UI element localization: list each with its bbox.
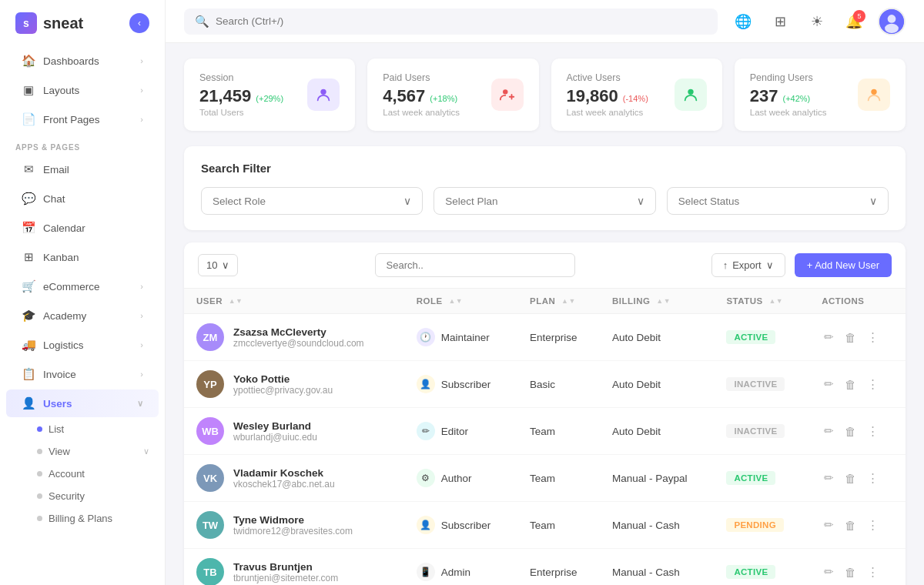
- dot-icon: [37, 493, 42, 499]
- calendar-icon: 📅: [22, 221, 35, 235]
- search-bar[interactable]: 🔍: [184, 8, 718, 35]
- delete-icon-button[interactable]: 🗑: [842, 376, 859, 393]
- delete-icon-button[interactable]: 🗑: [842, 563, 859, 581]
- chevron-right-icon: ›: [140, 311, 143, 320]
- search-input[interactable]: [216, 15, 707, 27]
- col-actions: ACTIONS: [809, 289, 906, 314]
- sidebar-item-kanban[interactable]: ⊞ Kanban: [6, 243, 159, 271]
- table-row: WB Wesley Burland wburlandj@uiuc.edu ✏ E…: [184, 408, 906, 455]
- delete-icon-button[interactable]: 🗑: [842, 423, 859, 440]
- export-button[interactable]: ↑ Export ∨: [711, 253, 785, 277]
- chevron-down-icon: ∨: [137, 399, 143, 409]
- sidebar-item-calendar[interactable]: 📅 Calendar: [6, 214, 159, 242]
- sidebar-item-front-pages[interactable]: 📄 Front Pages ›: [6, 105, 159, 133]
- billing-cell: Auto Debit: [600, 408, 714, 455]
- edit-icon-button[interactable]: ✏: [822, 469, 836, 487]
- stat-change: (+29%): [256, 94, 283, 103]
- chat-icon: 💬: [22, 192, 35, 206]
- sidebar-sub-account[interactable]: Account: [37, 463, 165, 485]
- globe-icon-button[interactable]: 🌐: [730, 8, 756, 35]
- role-icon: ⚙: [417, 469, 435, 487]
- status-badge: ACTIVE: [726, 330, 775, 344]
- delete-icon-button[interactable]: 🗑: [842, 329, 859, 346]
- sub-item-label: Account: [49, 468, 85, 480]
- sidebar-item-layouts[interactable]: ▣ Layouts ›: [6, 76, 159, 104]
- edit-icon-button[interactable]: ✏: [822, 563, 836, 581]
- more-options-icon-button[interactable]: ⋮: [865, 516, 881, 534]
- role-label: Admin: [441, 567, 470, 578]
- plan-select-label: Select Plan: [445, 196, 497, 207]
- edit-icon-button[interactable]: ✏: [822, 516, 836, 534]
- more-options-icon-button[interactable]: ⋮: [865, 469, 881, 487]
- sidebar-item-label: Front Pages: [43, 114, 100, 125]
- svg-point-5: [688, 89, 693, 95]
- table-search-input[interactable]: [375, 253, 575, 277]
- status-badge: PENDING: [726, 518, 784, 532]
- user-avatar[interactable]: [878, 8, 906, 35]
- sidebar-sub-billing[interactable]: Billing & Plans: [37, 507, 165, 530]
- sidebar-item-users[interactable]: 👤 Users ∨: [6, 389, 159, 417]
- sidebar-item-label: Layouts: [43, 85, 79, 96]
- sidebar-item-chat[interactable]: 💬 Chat: [6, 185, 159, 212]
- svg-point-2: [885, 23, 899, 32]
- actions-cell: ✏ 🗑 ⋮: [809, 549, 906, 586]
- sidebar-item-email[interactable]: ✉ Email: [6, 155, 159, 183]
- notifications-icon-button[interactable]: 🔔 5: [841, 8, 867, 35]
- sidebar-item-ecommerce[interactable]: 🛒 eCommerce ›: [6, 272, 159, 300]
- sidebar-item-logistics[interactable]: 🚚 Logistics ›: [6, 331, 159, 359]
- delete-icon-button[interactable]: 🗑: [842, 516, 859, 534]
- stat-label: Paid Users: [383, 72, 460, 83]
- dot-icon: [37, 471, 42, 476]
- more-options-icon-button[interactable]: ⋮: [865, 563, 881, 581]
- grid-icon-button[interactable]: ⊞: [767, 8, 793, 35]
- delete-icon-button[interactable]: 🗑: [842, 470, 859, 487]
- sidebar-sub-view[interactable]: View ∨: [37, 440, 165, 463]
- more-options-icon-button[interactable]: ⋮: [865, 422, 881, 440]
- col-status: STATUS ▲▼: [714, 289, 809, 314]
- table-row: ZM Zsazsa McCleverty zmcclevertye@soundc…: [184, 314, 906, 361]
- sidebar-item-label: Kanban: [43, 252, 79, 263]
- sidebar-sub-security[interactable]: Security: [37, 485, 165, 507]
- stat-sub: Last week analytics: [383, 108, 460, 117]
- add-new-user-button[interactable]: + Add New User: [795, 253, 892, 277]
- role-cell: 🕐 Maintainer: [404, 314, 517, 361]
- more-options-icon-button[interactable]: ⋮: [865, 375, 881, 393]
- stat-sub: Last week analytics: [750, 108, 827, 117]
- per-page-select[interactable]: 10 ∨: [198, 254, 238, 276]
- edit-icon-button[interactable]: ✏: [822, 422, 836, 440]
- user-cell: TW Tyne Widmore twidmore12@bravesites.co…: [184, 502, 404, 549]
- status-cell: ACTIVE: [714, 549, 809, 586]
- role-label: Editor: [441, 426, 468, 437]
- role-label: Author: [441, 473, 472, 484]
- sidebar: s sneat ‹ 🏠 Dashboards › ▣ Layouts › 📄 F…: [0, 0, 166, 585]
- sidebar-item-label: Academy: [43, 310, 86, 322]
- edit-icon-button[interactable]: ✏: [822, 328, 836, 346]
- role-cell: ✏ Editor: [404, 408, 517, 455]
- stat-label: Active Users: [567, 72, 648, 83]
- stat-icon-pending: [858, 79, 890, 111]
- sidebar-item-label: eCommerce: [43, 281, 100, 292]
- sidebar-item-academy[interactable]: 🎓 Academy ›: [6, 302, 159, 329]
- stat-change: (+42%): [782, 94, 810, 103]
- edit-icon-button[interactable]: ✏: [822, 375, 836, 393]
- chevron-down-icon: ∨: [403, 195, 411, 207]
- table-row: YP Yoko Pottie ypottiec@privacy.gov.au 👤…: [184, 361, 906, 408]
- sidebar-toggle-button[interactable]: ‹: [129, 13, 149, 33]
- user-avatar-3: VK: [196, 464, 224, 492]
- stat-value: 21,459 (+29%): [199, 86, 283, 106]
- status-select[interactable]: Select Status ∨: [667, 187, 889, 215]
- dot-icon: [37, 449, 42, 454]
- user-email: twidmore12@bravesites.com: [233, 526, 353, 537]
- more-options-icon-button[interactable]: ⋮: [865, 328, 881, 346]
- stat-card-paid-users: Paid Users 4,567 (+18%) Last week analyt…: [367, 58, 538, 131]
- plan-select[interactable]: Select Plan ∨: [434, 187, 655, 215]
- role-select[interactable]: Select Role ∨: [201, 187, 423, 215]
- theme-icon-button[interactable]: ☀: [804, 8, 830, 35]
- chevron-right-icon: ›: [140, 369, 143, 379]
- sidebar-item-dashboards[interactable]: 🏠 Dashboards ›: [6, 47, 159, 75]
- status-cell: ACTIVE: [714, 314, 809, 361]
- sidebar-sub-list[interactable]: List: [37, 418, 165, 440]
- sidebar-item-invoice[interactable]: 📋 Invoice ›: [6, 360, 159, 388]
- sidebar-item-label: Chat: [43, 193, 65, 205]
- search-icon: 🔍: [195, 15, 209, 28]
